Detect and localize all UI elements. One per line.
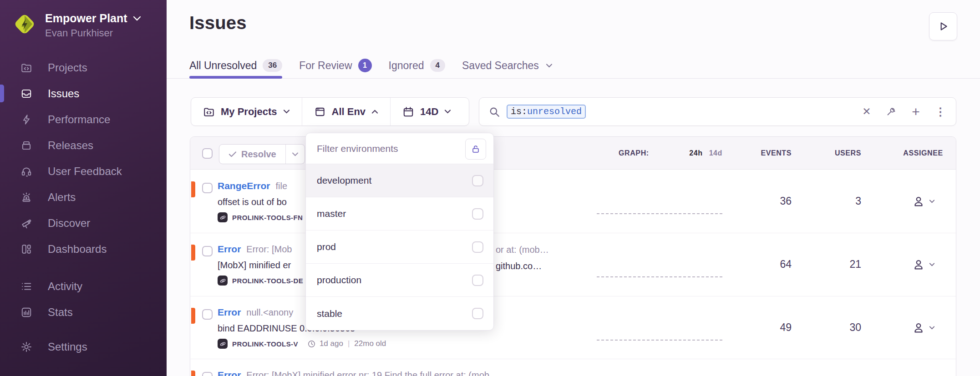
env-option-prod[interactable]: prod xyxy=(306,231,493,264)
env-option-master[interactable]: master xyxy=(306,197,493,231)
user-feedback-icon xyxy=(20,165,32,177)
environment-filter-input[interactable]: Filter environments xyxy=(317,143,398,154)
tab-saved-searches[interactable]: Saved Searches xyxy=(462,53,553,78)
search-input[interactable]: is:unresolved ✕ + ⋮ xyxy=(479,97,956,126)
project-name[interactable]: PROLINK-TOOLS-FN xyxy=(232,214,303,221)
assignee-selector[interactable] xyxy=(889,296,956,359)
project-filter-value: My Projects xyxy=(221,106,277,118)
issue-title-link[interactable]: Error xyxy=(218,307,241,317)
tab-count-badge: 36 xyxy=(263,59,282,72)
lock-environment-button[interactable] xyxy=(465,139,486,160)
org-logo-icon xyxy=(12,12,37,36)
issue-culprit: Error: [Mob xyxy=(246,244,292,254)
sidebar-item-label: Alerts xyxy=(48,191,76,204)
tab-for-review[interactable]: For Review 1 xyxy=(299,53,371,78)
sidebar-item-issues[interactable]: Issues xyxy=(0,80,167,106)
env-option-development[interactable]: development xyxy=(306,164,493,197)
chevron-down-icon xyxy=(292,152,299,156)
error-level-bar xyxy=(191,308,195,324)
sidebar-item-performance[interactable]: Performance xyxy=(0,106,167,132)
issue-culprit: Error: [MobX] minified error nr: 19 Find… xyxy=(246,370,489,376)
sidebar-item-stats[interactable]: Stats xyxy=(0,299,167,325)
granularity-24h[interactable]: 24h xyxy=(689,149,702,157)
org-switcher[interactable]: Empower Plant Evan Purkhiser xyxy=(12,12,141,39)
pin-search-icon[interactable] xyxy=(885,105,898,118)
assignee-selector[interactable] xyxy=(889,233,956,296)
issue-title-link[interactable]: Error xyxy=(218,244,241,254)
window-icon xyxy=(314,106,326,118)
project-name[interactable]: PROLINK-TOOLS-DE xyxy=(232,277,303,285)
graph-granularity: 24h 14d xyxy=(681,137,722,170)
issue-times: 1d ago | 22mo old xyxy=(307,339,386,348)
issue-age: 22mo old xyxy=(354,339,386,348)
user-icon xyxy=(912,195,925,208)
sidebar-item-dashboards[interactable]: Dashboards xyxy=(0,236,167,262)
search-token-value: unresolved xyxy=(527,106,582,117)
env-checkbox[interactable] xyxy=(472,208,483,220)
select-all-checkbox[interactable] xyxy=(202,148,213,159)
search-menu-icon[interactable]: ⋮ xyxy=(934,105,947,118)
project-avatar xyxy=(218,212,228,222)
row-checkbox[interactable] xyxy=(202,183,213,193)
sidebar-item-activity[interactable]: Activity xyxy=(0,273,167,299)
resolve-dropdown-toggle[interactable] xyxy=(285,145,305,164)
project-filter[interactable]: My Projects xyxy=(191,98,302,125)
search-icon xyxy=(488,106,500,118)
tab-label: Saved Searches xyxy=(462,60,539,72)
issue-culprit: null.<anony xyxy=(246,307,293,317)
users-count: 3 xyxy=(793,170,861,233)
tab-count-badge: 4 xyxy=(430,59,445,72)
column-header-events: EVENTS xyxy=(723,137,792,170)
environment-dropdown: Filter environments development master p… xyxy=(305,133,494,331)
env-option-stable[interactable]: stable xyxy=(306,297,493,330)
date-filter[interactable]: 14D xyxy=(390,98,463,125)
chevron-up-icon xyxy=(371,110,378,114)
env-option-production[interactable]: production xyxy=(306,264,493,297)
sidebar-item-settings[interactable]: Settings xyxy=(0,334,167,360)
performance-icon xyxy=(20,114,32,125)
env-checkbox[interactable] xyxy=(472,175,483,186)
add-search-icon[interactable]: + xyxy=(909,105,922,118)
search-token-key: is: xyxy=(511,106,527,117)
project-avatar xyxy=(218,339,228,349)
user-name: Evan Purkhiser xyxy=(45,27,141,39)
sidebar-item-alerts[interactable]: Alerts xyxy=(0,184,167,210)
user-icon xyxy=(912,258,925,271)
row-checkbox[interactable] xyxy=(202,246,213,256)
main-content: Issues All Unresolved 36 For Review 1 Ig… xyxy=(167,0,980,376)
date-filter-value: 14D xyxy=(420,106,438,118)
issue-message: offset is out of bo xyxy=(218,197,287,207)
events-count: 49 xyxy=(723,296,792,359)
sidebar-item-label: User Feedback xyxy=(48,165,122,178)
issue-row: ErrorError: [MobX] minified error nr: 19… xyxy=(190,359,956,376)
sidebar-item-releases[interactable]: Releases xyxy=(0,132,167,158)
sidebar-item-discover[interactable]: Discover xyxy=(0,210,167,236)
env-option-label: stable xyxy=(317,308,342,319)
row-checkbox[interactable] xyxy=(202,309,213,320)
graph-placeholder xyxy=(597,213,722,214)
tab-all-unresolved[interactable]: All Unresolved 36 xyxy=(189,53,282,78)
resolve-button[interactable]: Resolve xyxy=(219,144,305,164)
play-icon xyxy=(937,20,949,32)
assignee-selector[interactable] xyxy=(889,170,956,233)
sidebar-item-user-feedback[interactable]: User Feedback xyxy=(0,158,167,184)
issue-title-link[interactable]: RangeError xyxy=(218,180,270,191)
chevron-down-icon xyxy=(929,326,935,330)
chevron-down-icon xyxy=(283,110,290,114)
env-checkbox[interactable] xyxy=(472,275,483,286)
row-checkbox[interactable] xyxy=(202,372,213,376)
env-checkbox[interactable] xyxy=(472,241,483,253)
granularity-14d[interactable]: 14d xyxy=(709,149,722,157)
sidebar-item-label: Activity xyxy=(48,280,82,293)
issue-title-link[interactable]: Error xyxy=(218,370,241,376)
replay-button[interactable] xyxy=(929,12,957,40)
tab-ignored[interactable]: Ignored 4 xyxy=(389,53,445,78)
clear-search-icon[interactable]: ✕ xyxy=(860,105,873,118)
sidebar-item-projects[interactable]: Projects xyxy=(0,55,167,80)
project-name[interactable]: PROLINK-TOOLS-V xyxy=(232,340,298,348)
activity-icon xyxy=(20,281,32,292)
env-checkbox[interactable] xyxy=(472,308,483,319)
tabs-divider xyxy=(167,78,980,79)
environment-filter[interactable]: All Env xyxy=(302,98,391,125)
column-header-graph: GRAPH: xyxy=(619,137,649,170)
